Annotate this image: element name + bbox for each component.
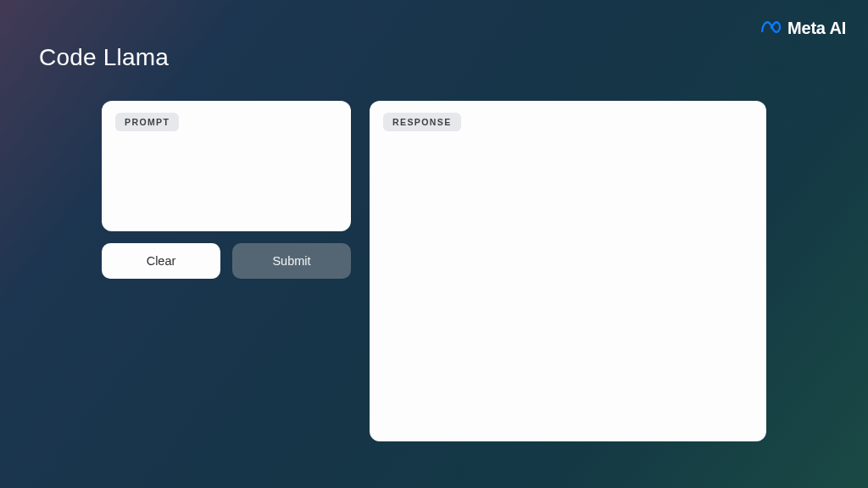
button-row: Clear Submit: [102, 243, 351, 279]
prompt-panel[interactable]: PROMPT: [102, 101, 351, 231]
response-label-badge: RESPONSE: [383, 113, 461, 131]
submit-button[interactable]: Submit: [232, 243, 351, 279]
brand-logo-area: Meta AI: [760, 19, 846, 38]
meta-logo-icon: [760, 19, 782, 38]
left-column: PROMPT Clear Submit: [102, 101, 351, 279]
brand-name: Meta AI: [787, 19, 846, 38]
page-title: Code Llama: [39, 44, 169, 71]
clear-button[interactable]: Clear: [102, 243, 220, 279]
main-content: PROMPT Clear Submit RESPONSE: [102, 101, 766, 441]
response-panel: RESPONSE: [370, 101, 766, 441]
prompt-label-badge: PROMPT: [115, 113, 179, 131]
